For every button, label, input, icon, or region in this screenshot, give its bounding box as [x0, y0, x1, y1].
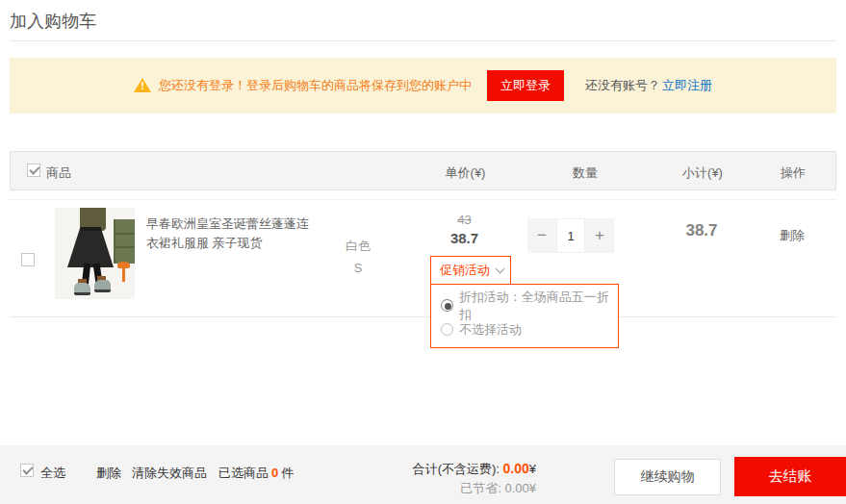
header-select-all-checkbox[interactable] [27, 164, 40, 177]
product-image[interactable] [55, 208, 135, 299]
page-title: 加入购物车 [10, 10, 96, 33]
cart-footer-bar: 全选 删除 清除失效商品 已选商品0件 合计(不含运费): 0.00¥ 已节省:… [0, 445, 846, 504]
total-currency: ¥ [529, 462, 536, 476]
checkout-button[interactable]: 去结账 [734, 457, 846, 496]
title-divider [10, 40, 836, 41]
cart-item-row: 早春欧洲皇室圣诞蕾丝蓬蓬连衣裙礼服服 亲子现货 白色 S 43 38.7 − +… [10, 199, 836, 317]
quantity-increase-button[interactable]: + [585, 218, 614, 253]
image-boot-shape [74, 283, 90, 295]
promotion-dropdown-panel: 折扣活动：全场商品五一折扣 不选择活动 [430, 284, 619, 348]
radio-selected-icon[interactable] [441, 299, 453, 312]
select-all-label[interactable]: 全选 [40, 465, 65, 482]
saved-value: 0.00¥ [504, 481, 536, 495]
login-warning-banner: 您还没有登录！登录后购物车的商品将保存到您的账户中 立即登录 还没有账号？ 立即… [10, 58, 836, 113]
totals-block: 合计(不含运费): 0.00¥ 已节省: 0.00¥ [392, 459, 536, 498]
radio-unselected-icon[interactable] [441, 323, 453, 336]
footer-select-all-checkbox[interactable] [20, 464, 34, 477]
footer-delete-link[interactable]: 删除 [96, 465, 121, 482]
quantity-input[interactable] [556, 218, 585, 253]
image-cabinet-shape [114, 219, 135, 264]
promotion-dropdown-toggle[interactable]: 促销活动 [430, 256, 511, 285]
total-value: 0.00 [503, 461, 529, 476]
unit-price-cell: 43 38.7 [423, 212, 505, 247]
login-warning-text: 您还没有登录！登录后购物车的商品将保存到您的账户中 [159, 77, 472, 94]
warning-triangle-icon [134, 78, 151, 93]
header-quantity: 数量 [558, 164, 612, 182]
current-price: 38.7 [423, 229, 505, 247]
saved-label: 已节省: [460, 481, 504, 495]
item-subtotal: 38.7 [660, 221, 743, 240]
item-delete-link[interactable]: 删除 [766, 227, 818, 244]
total-label: 合计(不含运费): [413, 462, 503, 476]
original-price: 43 [423, 212, 505, 229]
image-stool-shape [117, 262, 130, 268]
sku-color: 白色 [315, 235, 401, 257]
sku-size: S [315, 257, 401, 279]
saved-line: 已节省: 0.00¥ [392, 479, 536, 498]
header-action: 操作 [767, 164, 819, 182]
header-unit-price: 单价(¥) [424, 164, 506, 182]
selected-count-unit: 件 [281, 466, 294, 480]
quantity-decrease-button[interactable]: − [527, 218, 556, 253]
login-now-button[interactable]: 立即登录 [487, 70, 564, 101]
header-subtotal: 小计(¥) [661, 164, 744, 182]
register-now-link[interactable]: 立即注册 [662, 77, 712, 94]
promotion-label: 促销活动 [440, 262, 490, 279]
chevron-down-icon [496, 265, 505, 274]
product-title-link[interactable]: 早春欧洲皇室圣诞蕾丝蓬蓬连衣裙礼服服 亲子现货 [146, 214, 312, 253]
image-boot-shape [94, 280, 111, 292]
quantity-stepper: − + [527, 218, 614, 253]
selected-count-value: 0 [271, 466, 278, 480]
cart-table-header: 商品 单价(¥) 数量 小计(¥) 操作 [10, 151, 836, 190]
image-skirt-shape [67, 227, 114, 267]
selected-count-label: 已选商品 [218, 466, 269, 480]
selected-count-text: 已选商品0件 [218, 465, 294, 482]
promotion-option-discount[interactable]: 折扣活动：全场商品五一折扣 [441, 293, 618, 317]
promotion-option-label: 折扣活动：全场商品五一折扣 [459, 289, 618, 323]
header-product: 商品 [46, 164, 71, 182]
total-line: 合计(不含运费): 0.00¥ [392, 459, 536, 479]
item-checkbox[interactable] [21, 253, 35, 266]
continue-shopping-button[interactable]: 继续购物 [614, 459, 721, 495]
no-account-text: 还没有账号？ [585, 77, 660, 94]
sku-info: 白色 S [315, 235, 401, 279]
clear-invalid-link[interactable]: 清除失效商品 [132, 465, 207, 482]
promotion-option-label: 不选择活动 [459, 321, 522, 339]
cart-page: 加入购物车 您还没有登录！登录后购物车的商品将保存到您的账户中 立即登录 还没有… [0, 0, 846, 504]
